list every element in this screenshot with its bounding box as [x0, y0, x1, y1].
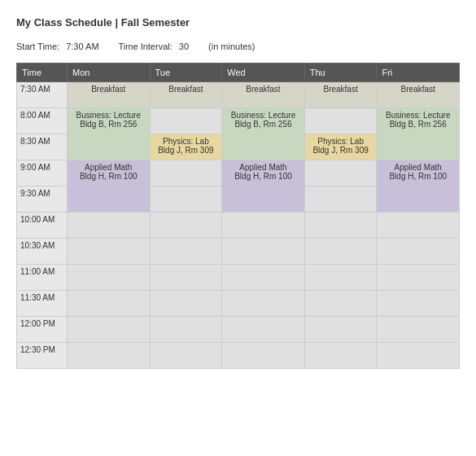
schedule-cell [304, 265, 377, 291]
time-cell: 12:30 PM [17, 343, 68, 369]
schedule-cell: Business: Lecture Bldg B, Rm 256 [377, 108, 460, 160]
time-cell: 11:30 AM [17, 291, 68, 317]
schedule-cell [68, 213, 151, 239]
schedule-cell [304, 239, 377, 265]
schedule-cell [304, 343, 377, 369]
schedule-cell: Breakfast [222, 82, 305, 108]
schedule-cell [68, 239, 151, 265]
header-fri: Fri [377, 64, 460, 82]
schedule-cell [68, 265, 151, 291]
schedule-cell [150, 160, 222, 186]
schedule-cell [150, 343, 222, 369]
time-cell: 8:00 AM [17, 108, 68, 134]
schedule-cell [377, 239, 460, 265]
schedule-cell [222, 317, 305, 343]
schedule-cell: Applied Math Bldg H, Rm 100 [377, 160, 460, 213]
table-row: 10:00 AM [17, 213, 460, 239]
schedule-cell: Breakfast [150, 82, 222, 108]
header-wed: Wed [222, 64, 305, 82]
schedule-cell [304, 186, 377, 213]
meta-row: Start Time: 7:30 AM Time Interval: 30 (i… [16, 42, 460, 51]
page-title: My Class Schedule | Fall Semester [16, 16, 460, 28]
time-cell: 7:30 AM [17, 82, 68, 108]
header-thu: Thu [304, 64, 377, 82]
schedule-cell [377, 291, 460, 317]
interval-label: Time Interval: [119, 42, 172, 51]
schedule-cell [377, 265, 460, 291]
schedule-cell [150, 291, 222, 317]
table-row: 8:00 AMBusiness: Lecture Bldg B, Rm 256B… [17, 108, 460, 134]
schedule-cell [304, 291, 377, 317]
schedule-cell: Applied Math Bldg H, Rm 100 [68, 160, 151, 213]
header-mon: Mon [68, 64, 151, 82]
table-row: 10:30 AM [17, 239, 460, 265]
header-tue: Tue [150, 64, 222, 82]
schedule-cell [150, 186, 222, 213]
table-row: 9:00 AMApplied Math Bldg H, Rm 100Applie… [17, 160, 460, 186]
schedule-cell [304, 213, 377, 239]
table-row: 11:00 AM [17, 265, 460, 291]
schedule-cell: Breakfast [304, 82, 377, 108]
schedule-cell [377, 343, 460, 369]
table-header-row: Time Mon Tue Wed Thu Fri [17, 64, 460, 82]
time-cell: 11:00 AM [17, 265, 68, 291]
table-row: 7:30 AMBreakfastBreakfastBreakfastBreakf… [17, 82, 460, 108]
schedule-cell [377, 213, 460, 239]
schedule-cell [150, 239, 222, 265]
schedule-cell [68, 343, 151, 369]
schedule-cell: Business: Lecture Bldg B, Rm 256 [222, 108, 305, 160]
schedule-cell [222, 265, 305, 291]
schedule-cell [222, 213, 305, 239]
header-time: Time [17, 64, 68, 82]
interval-value: 30 [179, 42, 189, 51]
schedule-cell: Applied Math Bldg H, Rm 100 [222, 160, 305, 213]
schedule-cell [150, 265, 222, 291]
start-time-label: Start Time: [16, 42, 59, 51]
schedule-cell: Business: Lecture Bldg B, Rm 256 [68, 108, 151, 160]
time-cell: 10:30 AM [17, 239, 68, 265]
schedule-cell [222, 291, 305, 317]
time-cell: 9:30 AM [17, 186, 68, 213]
schedule-cell [304, 317, 377, 343]
time-cell: 10:00 AM [17, 213, 68, 239]
schedule-cell [68, 291, 151, 317]
table-row: 11:30 AM [17, 291, 460, 317]
schedule-cell [68, 317, 151, 343]
time-cell: 8:30 AM [17, 134, 68, 160]
table-row: 12:00 PM [17, 317, 460, 343]
time-cell: 9:00 AM [17, 160, 68, 186]
schedule-table: Time Mon Tue Wed Thu Fri 7:30 AMBreakfas… [16, 63, 460, 369]
schedule-cell [150, 213, 222, 239]
schedule-cell: Breakfast [377, 82, 460, 108]
schedule-cell: Breakfast [68, 82, 151, 108]
interval-unit: (in minutes) [208, 42, 255, 51]
schedule-cell [222, 343, 305, 369]
schedule-cell [222, 239, 305, 265]
schedule-cell [304, 160, 377, 186]
schedule-cell [304, 108, 377, 134]
start-time-value: 7:30 AM [66, 42, 98, 51]
schedule-cell: Physics: Lab Bldg J, Rm 309 [150, 134, 222, 160]
schedule-cell [377, 317, 460, 343]
schedule-cell [150, 108, 222, 134]
schedule-cell: Physics: Lab Bldg J, Rm 309 [304, 134, 377, 160]
schedule-cell [150, 317, 222, 343]
table-row: 12:30 PM [17, 343, 460, 369]
time-cell: 12:00 PM [17, 317, 68, 343]
